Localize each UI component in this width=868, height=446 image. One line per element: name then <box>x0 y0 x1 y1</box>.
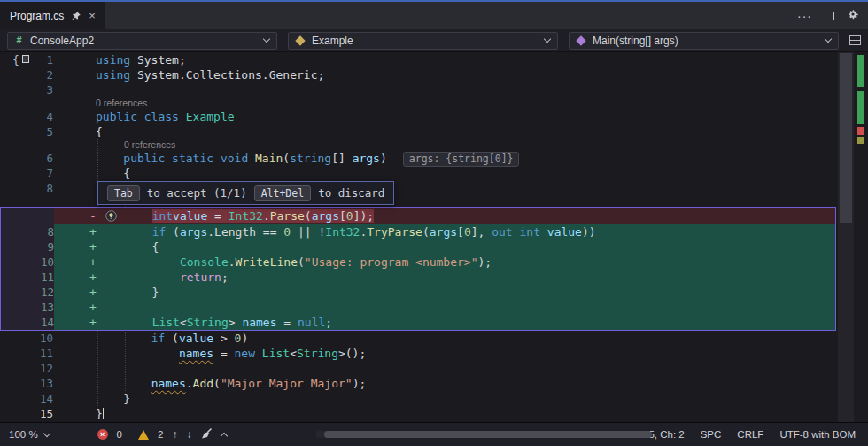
codelens-row[interactable]: 0 references <box>0 98 838 109</box>
float-window-icon[interactable] <box>825 12 834 20</box>
line-number[interactable]: 14 <box>1 315 54 330</box>
line-ending-indicator[interactable]: CRLF <box>737 429 763 440</box>
encoding-indicator[interactable]: UTF-8 with BOM <box>779 429 856 440</box>
code-line[interactable]: 12 <box>0 361 838 376</box>
code-line[interactable]: 3 <box>0 82 838 98</box>
code-token <box>96 152 123 165</box>
code-line[interactable]: 15} <box>0 406 838 421</box>
project-dropdown[interactable]: # ConsoleApp2 <box>7 32 277 50</box>
line-content[interactable]: 0 references <box>53 98 838 109</box>
line-content[interactable]: - intvalue = Int32.Parse(args[0]); <box>54 208 835 224</box>
line-number[interactable]: 12 <box>0 361 53 376</box>
split-editor-icon[interactable] <box>849 35 861 45</box>
line-number[interactable]: 4 <box>0 109 53 124</box>
code-line[interactable]: 13 names.Add("Major Major Major"); <box>0 376 838 391</box>
code-line[interactable]: 7 { <box>0 166 838 181</box>
line-content[interactable]: + <box>54 300 835 315</box>
horizontal-scrollbar-thumb[interactable] <box>324 431 652 438</box>
line-content[interactable]: + { <box>54 239 835 254</box>
diff-added-line[interactable]: 14+ List<String> names = null; <box>1 315 835 330</box>
line-number[interactable]: 9 <box>1 239 54 254</box>
line-content[interactable]: using System.Collections.Generic; <box>53 67 838 82</box>
line-number[interactable]: 6 <box>0 151 53 166</box>
arrow-down-icon[interactable]: ↓ <box>186 428 191 441</box>
line-number[interactable]: 15 <box>0 406 53 421</box>
error-icon[interactable] <box>97 429 108 440</box>
error-count[interactable]: 0 <box>117 429 122 440</box>
code-line[interactable]: 11 names = new List<String>(); <box>0 346 838 361</box>
line-content[interactable]: } <box>53 391 838 406</box>
gear-icon[interactable] <box>847 8 859 24</box>
line-content[interactable]: + return; <box>54 270 835 285</box>
code-line[interactable]: 2using System.Collections.Generic; <box>0 67 838 82</box>
line-number[interactable]: 10 <box>1 254 54 270</box>
diff-removed-line[interactable]: - intvalue = Int32.Parse(args[0]); <box>1 208 835 224</box>
line-content[interactable]: + List<String> names = null; <box>54 315 835 330</box>
chevron-up-icon[interactable] <box>221 433 228 440</box>
tab-program-cs[interactable]: Program.cs × <box>0 2 105 29</box>
line-number[interactable] <box>1 208 54 224</box>
editor[interactable]: 1using System;2using System.Collections.… <box>0 52 838 422</box>
diff-added-line[interactable]: 12+ } <box>1 285 835 300</box>
line-number[interactable]: 2 <box>0 67 53 82</box>
horizontal-scrollbar[interactable] <box>236 423 616 446</box>
line-number[interactable]: 7 <box>0 166 53 181</box>
vertical-scrollbar[interactable] <box>838 52 854 422</box>
line-number[interactable]: 3 <box>0 82 53 98</box>
line-content[interactable]: 0 references <box>53 139 838 151</box>
line-number[interactable]: 11 <box>0 346 53 361</box>
code-line[interactable]: 4public class Example <box>0 109 838 124</box>
line-number[interactable]: 8 <box>0 181 53 196</box>
diff-added-line[interactable]: 13+ <box>1 300 835 315</box>
diff-added-line[interactable]: 10+ Console.WriteLine("Usage: program <n… <box>1 254 835 270</box>
line-number[interactable]: 13 <box>1 300 54 315</box>
line-content[interactable]: } <box>53 406 838 421</box>
line-number[interactable]: 11 <box>1 270 54 285</box>
line-content[interactable]: + Console.WriteLine("Usage: program <num… <box>54 254 835 270</box>
arrow-up-icon[interactable]: ↑ <box>172 428 177 441</box>
code-line[interactable]: 6 public static void Main(string[] args)… <box>0 151 838 166</box>
code-cleanup-broom-icon[interactable] <box>200 427 213 442</box>
pin-icon[interactable] <box>71 11 81 21</box>
lightbulb-icon[interactable] <box>105 210 117 222</box>
code-line[interactable]: 10 if (value > 0) <box>0 331 838 346</box>
line-content[interactable]: + if (args.Length == 0 || !Int32.TryPars… <box>54 224 835 239</box>
added-mark <box>857 91 864 124</box>
code-line[interactable]: 14 } <box>0 391 838 406</box>
line-number[interactable]: 8 <box>1 224 54 239</box>
line-number[interactable]: 5 <box>0 124 53 139</box>
line-content[interactable]: names = new List<String>(); <box>53 346 838 361</box>
line-number[interactable]: 10 <box>0 331 53 346</box>
line-content[interactable] <box>53 361 838 376</box>
whitespace-indicator[interactable]: SPC <box>701 429 722 440</box>
vertical-scrollbar-thumb[interactable] <box>840 53 852 223</box>
type-dropdown[interactable]: Example <box>288 32 558 50</box>
zoom-control[interactable]: 100 % <box>9 429 50 440</box>
line-number[interactable]: 14 <box>0 391 53 406</box>
code-line[interactable]: 5{ <box>0 124 838 139</box>
warning-count[interactable]: 2 <box>158 429 163 440</box>
line-number[interactable] <box>0 98 53 109</box>
line-content[interactable]: { <box>53 166 838 181</box>
line-content[interactable]: { <box>53 124 838 139</box>
code-line[interactable]: 1using System; <box>0 52 838 67</box>
line-content[interactable]: names.Add("Major Major Major"); <box>53 376 838 391</box>
diff-added-line[interactable]: 9+ { <box>1 239 835 254</box>
more-options-icon[interactable]: ··· <box>797 12 812 20</box>
line-content[interactable]: if (value > 0) <box>53 331 838 346</box>
line-number[interactable]: 13 <box>0 376 53 391</box>
diff-added-line[interactable]: 11+ return; <box>1 270 835 285</box>
line-content[interactable]: public static void Main(string[] args)ar… <box>53 151 838 166</box>
warning-icon[interactable] <box>138 430 149 440</box>
close-icon[interactable]: × <box>89 10 96 21</box>
line-content[interactable]: + } <box>54 285 835 300</box>
line-content[interactable] <box>53 82 838 98</box>
diff-added-line[interactable]: 8+ if (args.Length == 0 || !Int32.TryPar… <box>1 224 835 239</box>
line-number[interactable] <box>0 139 53 151</box>
member-dropdown[interactable]: Main(string[] args) <box>569 32 839 50</box>
line-content[interactable]: using System; <box>53 52 838 67</box>
line-number[interactable]: 12 <box>1 285 54 300</box>
chevron-down-icon <box>263 35 270 43</box>
codelens-row[interactable]: 0 references <box>0 139 838 151</box>
line-content[interactable]: public class Example <box>53 109 838 124</box>
